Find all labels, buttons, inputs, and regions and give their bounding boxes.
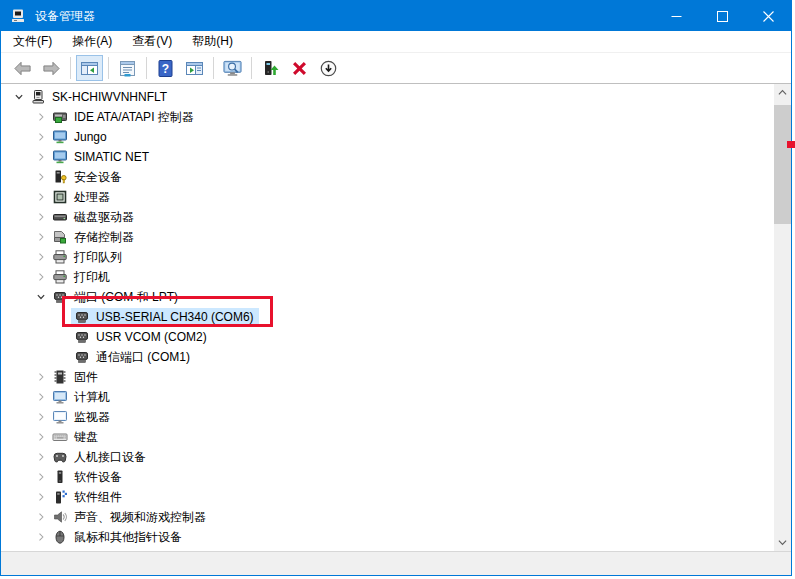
chevron-right-icon[interactable] [33,469,49,485]
svg-text:?: ? [162,61,169,75]
scroll-down-button[interactable] [774,534,791,551]
menu-view[interactable]: 查看(V) [122,31,182,52]
serial-port-icon [74,329,90,345]
chevron-right-icon[interactable] [33,169,49,185]
tree-item[interactable]: 鼠标和其他指针设备 [1,527,774,547]
tree-item-label: 安全设备 [74,169,122,186]
print-queue-icon [52,249,68,265]
chevron-right-icon[interactable] [33,249,49,265]
forward-icon [42,59,61,78]
chevron-spacer [55,309,71,325]
sound-icon [52,509,68,525]
tree-item[interactable]: 人机接口设备 [1,447,774,467]
chevron-right-icon[interactable] [33,449,49,465]
update-driver-button[interactable] [257,55,284,81]
maximize-icon [717,11,728,22]
disable-device-button[interactable] [315,55,342,81]
tree-item[interactable]: 打印队列 [1,247,774,267]
menu-help[interactable]: 帮助(H) [182,31,243,52]
tree-item[interactable]: 计算机 [1,387,774,407]
menu-action[interactable]: 操作(A) [62,31,122,52]
chevron-right-icon[interactable] [33,389,49,405]
tree-item[interactable]: 端口 (COM 和 LPT) [1,287,774,307]
tree-item[interactable]: 声音、视频和游戏控制器 [1,507,774,527]
menu-file[interactable]: 文件(F) [3,31,62,52]
tree-item[interactable]: 磁盘驱动器 [1,207,774,227]
scan-hardware-icon [223,59,242,78]
tree-item-label: 人机接口设备 [74,449,146,466]
scan-hardware-changes-button[interactable] [219,55,246,81]
chevron-down-icon[interactable] [11,89,27,105]
help-button[interactable]: ? [152,55,179,81]
toolbar-separator [108,57,109,79]
tree-item[interactable]: Jungo [1,127,774,147]
action-pane-button[interactable] [181,55,208,81]
tree-item[interactable]: SK-HCHIWVNHNFLT [1,87,774,107]
scrollbar-thumb[interactable] [774,105,791,224]
tree-item[interactable]: 处理器 [1,187,774,207]
vertical-scrollbar[interactable] [774,84,791,551]
chevron-right-icon[interactable] [33,489,49,505]
chevron-right-icon[interactable] [33,229,49,245]
properties-button[interactable] [114,55,141,81]
chevron-spacer [55,349,71,365]
chevron-right-icon[interactable] [33,109,49,125]
screenshot-root: 设备管理器 文件(F) 操作(A) 查看(V) 帮助(H) ? SK-HCHIW… [0,0,795,579]
tree-item-label: USB-SERIAL CH340 (COM6) [96,310,254,324]
device-manager-icon [10,8,26,24]
tree-item[interactable]: IDE ATA/ATAPI 控制器 [1,107,774,127]
tree-item[interactable]: 打印机 [1,267,774,287]
chevron-right-icon[interactable] [33,369,49,385]
tree-item[interactable]: SIMATIC NET [1,147,774,167]
window-title: 设备管理器 [35,8,653,25]
tree-item[interactable]: 软件组件 [1,487,774,507]
tree-item[interactable]: 键盘 [1,427,774,447]
tree-item[interactable]: 监视器 [1,407,774,427]
tree-item-label: SIMATIC NET [74,150,149,164]
chevron-right-icon[interactable] [33,529,49,545]
tree-item-label: 声音、视频和游戏控制器 [74,509,206,526]
scroll-up-button[interactable] [774,84,791,101]
maximize-button[interactable] [699,1,745,31]
toolbar-separator [251,57,252,79]
tree-item[interactable]: 软件设备 [1,467,774,487]
device-adapter-icon [52,149,68,165]
hid-icon [52,449,68,465]
tree-item-label: USR VCOM (COM2) [96,330,207,344]
tree-item-label: 键盘 [74,429,98,446]
title-bar[interactable]: 设备管理器 [1,1,791,31]
properties-icon [118,59,137,78]
monitor-icon [52,409,68,425]
chevron-right-icon[interactable] [33,429,49,445]
back-button[interactable] [9,55,36,81]
chevron-right-icon[interactable] [33,409,49,425]
tree-item-label: 磁盘驱动器 [74,209,134,226]
close-icon [763,11,774,22]
forward-button[interactable] [38,55,65,81]
chevron-right-icon[interactable] [33,209,49,225]
show-console-tree-button[interactable] [76,55,103,81]
minimize-button[interactable] [653,1,699,31]
chevron-down-icon[interactable] [33,289,49,305]
toolbar: ? [1,52,791,84]
tree-item-label: 计算机 [74,389,110,406]
tree-item[interactable]: USR VCOM (COM2) [1,327,774,347]
tree-item-label: 处理器 [74,189,110,206]
ports-icon [52,289,68,305]
toolbar-separator [213,57,214,79]
software-component-icon [52,489,68,505]
tree-item[interactable]: 安全设备 [1,167,774,187]
tree-item[interactable]: 固件 [1,367,774,387]
tree-item[interactable]: 通信端口 (COM1) [1,347,774,367]
chevron-right-icon[interactable] [33,189,49,205]
uninstall-device-button[interactable] [286,55,313,81]
close-button[interactable] [745,1,791,31]
chevron-right-icon[interactable] [33,129,49,145]
tree-item[interactable]: USB-SERIAL CH340 (COM6) [1,307,774,327]
chevron-right-icon[interactable] [33,269,49,285]
chevron-right-icon[interactable] [33,149,49,165]
chevron-right-icon[interactable] [33,509,49,525]
tree-item[interactable]: 存储控制器 [1,227,774,247]
annotation-mark [787,141,795,148]
device-adapter-icon [52,129,68,145]
